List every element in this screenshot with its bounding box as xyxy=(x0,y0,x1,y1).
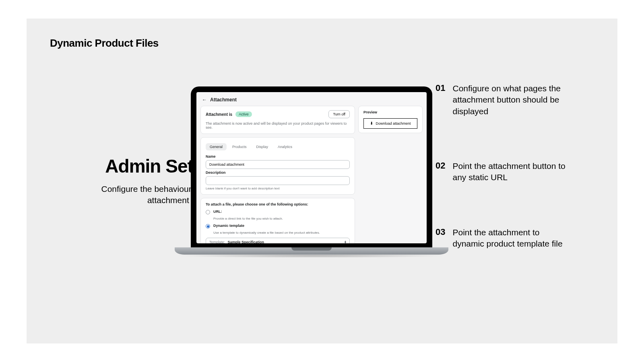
general-card: General Products Display Analytics Name … xyxy=(200,137,355,195)
step-2: 02 Point the attachment button to any st… xyxy=(436,160,568,183)
radio-dynamic[interactable]: Dynamic template xyxy=(206,224,350,228)
step-number: 01 xyxy=(436,83,445,117)
step-3: 03 Point the attachment to dynamic produ… xyxy=(436,227,568,250)
turn-off-button[interactable]: Turn off xyxy=(328,110,350,118)
step-1: 01 Configure on what pages the attachmen… xyxy=(436,83,568,117)
radio-url[interactable]: URL: xyxy=(206,210,350,214)
tab-display[interactable]: Display xyxy=(252,143,272,150)
preview-card: Preview ⬇ Download attachment xyxy=(358,106,423,133)
step-text: Point the attachment button to any stati… xyxy=(452,160,568,183)
radio-dynamic-desc: Use a template to dynamically create a f… xyxy=(206,231,350,234)
preview-download-button[interactable]: ⬇ Download attachment xyxy=(363,118,417,129)
preview-label: Preview xyxy=(363,110,417,114)
radio-dynamic-input[interactable] xyxy=(206,224,210,228)
admin-header: ← Attachment xyxy=(200,96,423,106)
admin-page-title: Attachment xyxy=(210,97,237,103)
description-hint: Leave blank if you don't want to add des… xyxy=(206,187,350,190)
tab-general[interactable]: General xyxy=(206,143,227,150)
preview-button-text: Download attachment xyxy=(376,121,411,125)
tab-analytics[interactable]: Analytics xyxy=(274,143,296,150)
status-card: Attachment is Active Turn off The attach… xyxy=(200,106,355,134)
step-text: Configure on what pages the attachment b… xyxy=(452,83,568,117)
name-label: Name xyxy=(206,154,350,158)
attach-card: To attach a file, please choose one of t… xyxy=(200,198,355,243)
steps-list: 01 Configure on what pages the attachmen… xyxy=(436,83,568,293)
tabs: General Products Display Analytics xyxy=(201,141,355,150)
status-badge: Active xyxy=(235,111,252,117)
template-select[interactable]: Template: Sample Specification ▴▾ xyxy=(206,238,350,243)
template-select-value: Sample Specification xyxy=(228,240,264,243)
attach-intro: To attach a file, please choose one of t… xyxy=(206,202,350,206)
radio-url-desc: Provide a direct link to the file you wi… xyxy=(206,217,350,220)
template-select-label: Template: xyxy=(209,240,225,243)
status-description: The attachment is now active and will be… xyxy=(206,121,350,130)
download-icon: ⬇ xyxy=(370,121,373,125)
step-text: Point the attachment to dynamic product … xyxy=(452,227,568,250)
radio-url-label: URL: xyxy=(213,210,222,214)
description-input[interactable] xyxy=(206,176,350,185)
radio-dynamic-label: Dynamic template xyxy=(213,224,244,228)
step-number: 02 xyxy=(436,160,445,183)
chevron-updown-icon: ▴▾ xyxy=(345,241,346,243)
description-label: Description xyxy=(206,171,350,175)
back-arrow-icon[interactable]: ← xyxy=(202,97,207,103)
name-input[interactable] xyxy=(206,160,350,169)
tab-products[interactable]: Products xyxy=(228,143,251,150)
radio-url-input[interactable] xyxy=(206,210,210,214)
brand-title: Dynamic Product Files xyxy=(50,37,159,49)
laptop-mockup: ← Attachment Attachment is Active xyxy=(191,86,432,258)
step-number: 03 xyxy=(436,227,445,250)
status-label: Attachment is xyxy=(206,112,232,117)
